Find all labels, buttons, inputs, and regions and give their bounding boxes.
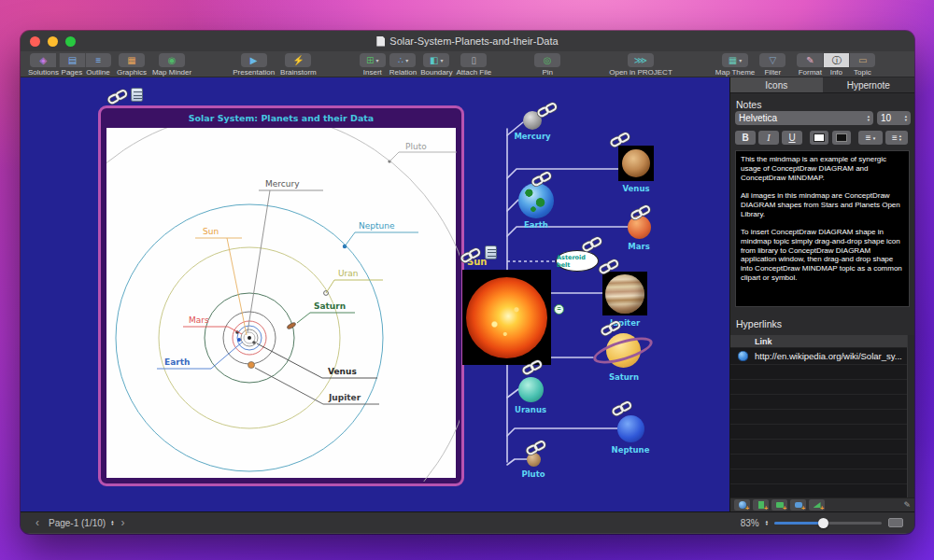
hyperlink-chain-icon[interactable] — [630, 204, 652, 220]
toolbar-item-outline[interactable]: ≡ Outline — [85, 53, 111, 77]
add-file-link-button[interactable]: + — [753, 499, 769, 511]
hyperlink-chain-icon[interactable] — [521, 359, 544, 375]
hyperlink-chain-icon[interactable] — [536, 102, 559, 118]
hyperlink-chain-icon[interactable] — [609, 132, 631, 147]
toolbar-item-format[interactable]: ✎ Format — [797, 53, 823, 77]
orbit-label-uran: Uran — [338, 269, 359, 278]
hyperlink-empty-row — [730, 410, 907, 425]
orbit-label-mercury: Mercury — [265, 179, 300, 189]
minimize-window-button[interactable] — [48, 36, 58, 47]
add-topic-link-button[interactable]: + — [790, 499, 806, 511]
next-page-button[interactable]: › — [117, 516, 128, 529]
hyperlinks-scrollbar[interactable] — [907, 335, 914, 497]
jupiter-node[interactable] — [602, 272, 647, 315]
venus-node[interactable] — [618, 146, 654, 181]
page-stepper-icon[interactable]: ▴▾ — [111, 520, 113, 526]
hyperlink-chain-icon[interactable] — [581, 236, 603, 252]
list-style-button[interactable]: ≡▾ — [858, 131, 883, 145]
toolbar-item-boundary[interactable]: ◧▾ Boundary — [420, 53, 452, 77]
close-window-button[interactable] — [30, 36, 40, 47]
toolbar-item-pin[interactable]: ◎ Pin — [534, 53, 560, 77]
hyperlink-chain-icon[interactable] — [531, 171, 553, 187]
app-window: Solar-System-Planets-and-their-Data ◈ So… — [21, 31, 914, 534]
toolbar-item-presentation[interactable]: ▶ Presentation — [233, 53, 275, 77]
statusbar: ‹ Page-1 (1/10) ▴▾ › 83% ▴▾ — [21, 511, 914, 533]
asteroid-belt-node[interactable]: Asteroid belt — [556, 250, 599, 272]
globe-icon — [738, 351, 748, 361]
map-theme-icon: ▦ — [729, 56, 737, 65]
saturn-node[interactable] — [591, 330, 657, 371]
alignment-button[interactable]: ≡▴▾ — [885, 131, 908, 145]
mindmap-canvas[interactable]: Solar System: Planets and their Data — [21, 77, 729, 511]
hyperlink-chain-icon[interactable] — [106, 89, 129, 105]
toolbar-group-inspector: ✎ Format ⓘ Info ▭ Topic — [797, 53, 875, 77]
open-in-project-icon: ⋙ — [634, 56, 647, 65]
toolbar-item-brainstorm[interactable]: ⚡ Brainstorm — [280, 53, 317, 77]
toolbar-item-map-theme[interactable]: ▦▾ Map Theme — [715, 53, 756, 77]
underline-button[interactable]: U — [782, 131, 802, 145]
sun-node[interactable] — [462, 270, 551, 365]
font-select[interactable]: Helvetica ▴▾ — [735, 111, 873, 125]
hyperlink-row[interactable]: http://en.wikipedia.org/wiki/Solar_sy... — [730, 348, 907, 365]
neptune-node[interactable] — [617, 415, 644, 442]
hyperlink-empty-row — [730, 425, 907, 440]
orbit-label-jupiter: Jupiter — [328, 393, 361, 402]
info-icon: ⓘ — [832, 56, 842, 65]
zoom-stepper-icon[interactable]: ▴▾ — [766, 520, 768, 526]
toolbar-item-map-minder[interactable]: ◉ Map Minder — [152, 53, 191, 77]
font-select-stepper-icon: ▴▾ — [868, 115, 870, 121]
hypernote-icon[interactable] — [131, 88, 143, 102]
add-branch-link-button[interactable]: + — [809, 499, 825, 511]
titlebar: Solar-System-Planets-and-their-Data — [21, 31, 914, 51]
add-folder-link-button[interactable]: + — [771, 499, 787, 511]
fit-to-screen-button[interactable] — [888, 518, 903, 527]
orbit-label-mars: Mars — [189, 315, 209, 325]
hyperlink-chain-icon[interactable] — [598, 259, 620, 274]
hypernote-icon[interactable] — [485, 245, 497, 259]
toolbar-item-filter[interactable]: ▽ Filter — [759, 53, 785, 77]
edit-pencil-icon[interactable]: ✎ — [903, 500, 911, 510]
bold-button[interactable]: B — [735, 131, 756, 145]
toolbar-item-attach-file[interactable]: ▯ Attach File — [456, 53, 491, 77]
hyperlink-chain-icon[interactable] — [525, 440, 547, 455]
toolbar-item-open-in-project[interactable]: ⋙ Open in PROJECT — [609, 53, 672, 77]
pluto-label: Pluto — [501, 469, 566, 479]
brainstorm-icon: ⚡ — [292, 56, 304, 65]
tab-hypernote[interactable]: Hypernote — [823, 77, 915, 92]
toolbar-item-graphics[interactable]: ▦ Graphics — [117, 53, 147, 77]
orbit-label-earth: Earth — [164, 357, 190, 367]
previous-page-button[interactable]: ‹ — [32, 516, 43, 529]
notes-section-label: Notes — [736, 99, 761, 110]
main-topic-diagram[interactable]: Solar System: Planets and their Data — [98, 105, 464, 486]
toolbar-item-solutions[interactable]: ◈ Solutions — [28, 53, 59, 77]
hyperlink-empty-row — [730, 395, 907, 410]
hyperlink-chain-icon[interactable] — [611, 400, 633, 416]
tab-icons[interactable]: Icons — [730, 77, 823, 92]
mercury-label: Mercury — [500, 132, 565, 141]
toolbar-item-insert[interactable]: ⊞▾ Insert — [360, 53, 386, 77]
toolbar-item-topic[interactable]: ▭ Topic — [849, 53, 875, 77]
hyperlink-url: http://en.wikipedia.org/wiki/Solar_sy... — [755, 351, 902, 361]
toolbar-item-relation[interactable]: ∴▾ Relation — [389, 53, 417, 77]
earth-node[interactable] — [518, 183, 554, 218]
uranus-node[interactable] — [518, 377, 544, 402]
italic-button[interactable]: I — [758, 131, 779, 145]
hyperlink-chain-icon[interactable] — [460, 247, 482, 263]
zoom-slider-thumb[interactable] — [818, 518, 828, 528]
hyperlink-empty-row — [730, 380, 907, 395]
hypernote-text-area[interactable]: This the mindmap is an example of synerg… — [735, 150, 910, 307]
zoom-window-button[interactable] — [65, 36, 76, 47]
background-color-well[interactable] — [832, 131, 851, 145]
toolbar-item-pages[interactable]: ▤ Pages — [59, 53, 85, 77]
toolbar-item-info[interactable]: ⓘ Info — [823, 53, 849, 77]
relation-marker-icon[interactable]: = — [554, 304, 564, 315]
hyperlinks-column-header: Link — [730, 335, 907, 348]
hyperlink-chain-icon[interactable] — [600, 320, 622, 336]
main-topic-title: Solar System: Planets and their Data — [101, 108, 461, 127]
font-size-select[interactable]: 10 ▴▾ — [877, 111, 911, 125]
desktop-background: Solar-System-Planets-and-their-Data ◈ So… — [0, 0, 934, 560]
add-url-link-button[interactable]: + — [734, 499, 750, 511]
zoom-slider[interactable] — [774, 522, 882, 525]
text-color-well[interactable] — [810, 131, 828, 145]
chevron-down-icon: ▾ — [375, 58, 378, 63]
